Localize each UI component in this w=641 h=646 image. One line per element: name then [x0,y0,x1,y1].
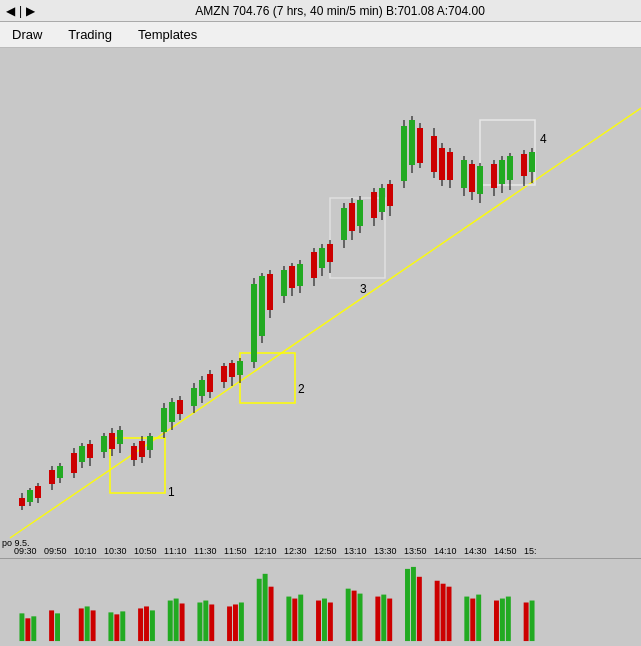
chart-area[interactable]: 1 2 3 4 [0,48,641,558]
svg-text:14:10: 14:10 [434,546,457,556]
menu-templates[interactable]: Templates [130,25,205,44]
svg-rect-71 [319,248,325,268]
svg-rect-141 [91,610,96,641]
svg-rect-21 [71,453,77,473]
svg-rect-159 [269,587,274,641]
svg-text:11:30: 11:30 [194,546,217,556]
chart-title: AMZN 704.76 (7 hrs, 40 min/5 min) B:701.… [45,4,635,18]
svg-rect-41 [169,402,175,422]
svg-rect-185 [530,601,535,642]
svg-rect-63 [281,270,287,296]
svg-rect-158 [263,574,268,641]
svg-rect-35 [139,441,145,457]
svg-text:14:30: 14:30 [464,546,487,556]
svg-rect-85 [387,184,393,206]
svg-rect-161 [292,599,297,642]
menu-draw[interactable]: Draw [4,25,50,44]
svg-rect-150 [180,603,185,641]
svg-rect-155 [233,604,238,641]
svg-rect-151 [197,603,202,642]
svg-rect-145 [138,608,143,641]
svg-text:13:30: 13:30 [374,546,397,556]
svg-rect-136 [31,616,36,641]
svg-rect-13 [27,490,33,502]
titlebar: ◀ | ▶ AMZN 704.76 (7 hrs, 40 min/5 min) … [0,0,641,22]
svg-rect-15 [35,486,41,498]
forward-button[interactable]: ▶ [26,4,35,18]
svg-rect-139 [79,608,84,641]
svg-rect-49 [207,374,213,392]
back-button[interactable]: ◀ [6,4,15,18]
svg-text:2: 2 [298,382,305,396]
menu-trading[interactable]: Trading [60,25,120,44]
svg-rect-171 [387,599,392,642]
svg-rect-157 [257,579,262,641]
svg-rect-160 [286,597,291,641]
svg-rect-45 [191,388,197,406]
svg-rect-23 [79,446,85,462]
svg-text:10:30: 10:30 [104,546,127,556]
svg-rect-67 [297,264,303,286]
svg-text:4: 4 [540,132,547,146]
svg-rect-43 [177,400,183,414]
svg-rect-57 [251,284,257,362]
svg-rect-65 [289,266,295,288]
volume-chart [0,559,641,646]
svg-rect-135 [25,618,30,641]
svg-rect-61 [267,274,273,310]
svg-text:13:10: 13:10 [344,546,367,556]
svg-text:12:30: 12:30 [284,546,307,556]
svg-rect-113 [529,152,535,172]
svg-text:1: 1 [168,485,175,499]
separator: | [19,4,22,18]
svg-rect-142 [108,612,113,641]
svg-text:3: 3 [360,282,367,296]
svg-rect-89 [409,120,415,165]
svg-text:po 9.5.: po 9.5. [2,538,30,548]
svg-rect-53 [229,363,235,377]
svg-rect-75 [341,208,347,240]
svg-text:10:50: 10:50 [134,546,157,556]
svg-rect-183 [506,597,511,641]
svg-rect-168 [358,594,363,641]
svg-rect-176 [441,584,446,641]
svg-rect-182 [500,599,505,642]
candlestick-chart: 1 2 3 4 [0,48,641,558]
svg-rect-77 [349,203,355,231]
svg-rect-47 [199,380,205,396]
svg-rect-91 [417,128,423,163]
svg-rect-17 [49,470,55,484]
svg-rect-164 [322,599,327,642]
svg-rect-59 [259,276,265,336]
svg-rect-33 [131,446,137,460]
svg-rect-134 [19,613,24,641]
svg-rect-39 [161,408,167,432]
svg-text:14:50: 14:50 [494,546,517,556]
svg-rect-97 [447,152,453,180]
svg-rect-93 [431,136,437,172]
svg-text:12:50: 12:50 [314,546,337,556]
svg-rect-169 [375,597,380,641]
svg-rect-140 [85,606,90,641]
svg-rect-154 [227,606,232,641]
window-controls[interactable]: ◀ | ▶ [6,4,35,18]
menubar: Draw Trading Templates [0,22,641,48]
svg-rect-166 [346,589,351,641]
svg-rect-11 [19,498,25,506]
volume-area [0,558,641,646]
svg-rect-180 [476,595,481,641]
svg-rect-19 [57,466,63,478]
svg-rect-31 [117,430,123,444]
svg-rect-178 [464,597,469,641]
svg-rect-152 [203,601,208,642]
svg-rect-179 [470,599,475,642]
svg-rect-144 [120,611,125,641]
svg-rect-148 [168,601,173,642]
svg-rect-55 [237,361,243,375]
svg-rect-103 [477,166,483,194]
svg-rect-137 [49,610,54,641]
svg-rect-167 [352,591,357,641]
svg-rect-107 [499,160,505,184]
svg-rect-37 [147,436,153,450]
svg-rect-83 [379,188,385,212]
